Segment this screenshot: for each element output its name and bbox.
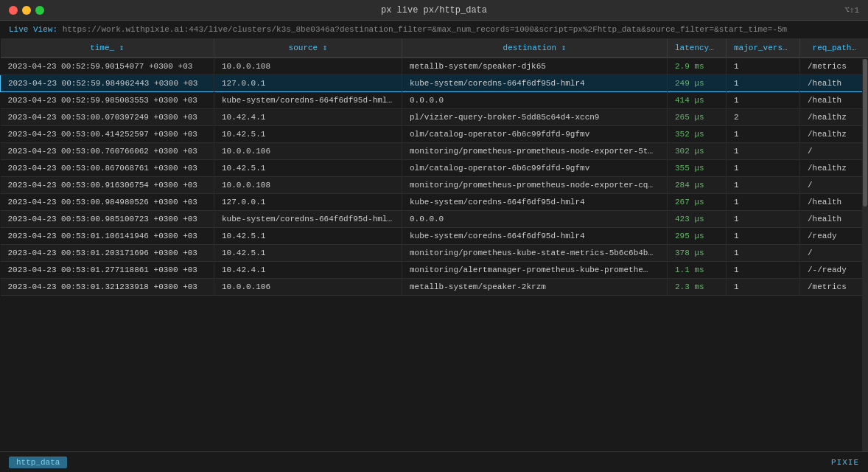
live-view-url[interactable]: https://work.withpixie.ai:443/live/clust… xyxy=(63,25,788,34)
data-table-container: time_ ⇕ source ⇕ destination ⇕ latency ⇕… xyxy=(0,38,868,451)
cell-source: 10.0.0.106 xyxy=(214,279,402,296)
cell-source: 10.42.4.1 xyxy=(214,262,402,279)
table-row[interactable]: 2023-04-23 00:53:00.760766062 +0300 +031… xyxy=(1,143,869,160)
table-row[interactable]: 2023-04-23 00:53:01.203171696 +0300 +031… xyxy=(1,245,869,262)
cell-source: 10.0.0.108 xyxy=(214,177,402,194)
table-row[interactable]: 2023-04-23 00:53:00.070397249 +0300 +031… xyxy=(1,109,869,126)
cell-destination: olm/catalog-operator-6b6c99fdfd-9gfmv xyxy=(402,160,668,177)
scrollbar-thumb[interactable] xyxy=(863,59,867,206)
table-row[interactable]: 2023-04-23 00:53:00.985100723 +0300 +03k… xyxy=(1,211,869,228)
cell-major-version: 1 xyxy=(727,143,800,160)
bottom-bar: http_data PIXIE xyxy=(0,451,868,472)
cell-time: 2023-04-23 00:53:01.277118861 +0300 +03 xyxy=(1,262,214,279)
cell-req-path: /health xyxy=(800,194,869,211)
cell-source: 10.42.5.1 xyxy=(214,245,402,262)
cell-latency: 378 μs xyxy=(668,245,727,262)
table-row[interactable]: 2023-04-23 00:53:00.414252597 +0300 +031… xyxy=(1,126,869,143)
cell-req-path: /ready xyxy=(800,228,869,245)
cell-req-path: / xyxy=(800,177,869,194)
window-controls[interactable] xyxy=(9,6,44,15)
cell-req-path: /healthz xyxy=(800,126,869,143)
pixie-brand: PIXIE xyxy=(831,458,859,467)
cell-major-version: 1 xyxy=(727,228,800,245)
cell-destination: kube-system/coredns-664f6df95d-hmlr4 xyxy=(402,228,668,245)
cell-time: 2023-04-23 00:53:01.203171696 +0300 +03 xyxy=(1,245,214,262)
scrollbar[interactable] xyxy=(862,59,868,451)
cell-source: 10.0.0.108 xyxy=(214,58,402,75)
data-table: time_ ⇕ source ⇕ destination ⇕ latency ⇕… xyxy=(0,38,868,296)
cell-req-path: /health xyxy=(800,92,869,109)
tab-label[interactable]: http_data xyxy=(9,457,67,468)
cell-latency: 423 μs xyxy=(668,211,727,228)
cell-destination: pl/vizier-query-broker-5dd85c64d4-xccn9 xyxy=(402,109,668,126)
table-header: time_ ⇕ source ⇕ destination ⇕ latency ⇕… xyxy=(1,38,869,58)
cell-req-path: /health xyxy=(800,211,869,228)
cell-destination: monitoring/prometheus-prometheus-node-ex… xyxy=(402,177,668,194)
close-button[interactable] xyxy=(9,6,18,15)
cell-major-version: 1 xyxy=(727,262,800,279)
cell-destination: monitoring/prometheus-prometheus-node-ex… xyxy=(402,143,668,160)
cell-req-path: / xyxy=(800,245,869,262)
title-bar: px live px/http_data ⌥⇧1 xyxy=(0,0,868,21)
cell-latency: 414 μs xyxy=(668,92,727,109)
cell-major-version: 1 xyxy=(727,194,800,211)
cell-destination: metallb-system/speaker-2krzm xyxy=(402,279,668,296)
table-row[interactable]: 2023-04-23 00:52:59.985083553 +0300 +03k… xyxy=(1,92,869,109)
cell-time: 2023-04-23 00:53:01.106141946 +0300 +03 xyxy=(1,228,214,245)
cell-req-path: /-/ready xyxy=(800,262,869,279)
cell-req-path: /metrics xyxy=(800,58,869,75)
cell-major-version: 1 xyxy=(727,177,800,194)
cell-latency: 2.3 ms xyxy=(668,279,727,296)
cell-time: 2023-04-23 00:52:59.985083553 +0300 +03 xyxy=(1,92,214,109)
cell-latency: 267 μs xyxy=(668,194,727,211)
cell-time: 2023-04-23 00:52:59.90154077 +0300 +03 xyxy=(1,58,214,75)
maximize-button[interactable] xyxy=(35,6,44,15)
col-header-req-path[interactable]: req_path… xyxy=(800,38,869,58)
cell-time: 2023-04-23 00:52:59.984962443 +0300 +03 xyxy=(1,75,214,92)
cell-latency: 249 μs xyxy=(668,75,727,92)
cell-latency: 1.1 ms xyxy=(668,262,727,279)
cell-req-path: /health xyxy=(800,75,869,92)
cell-time: 2023-04-23 00:53:00.867068761 +0300 +03 xyxy=(1,160,214,177)
cell-major-version: 2 xyxy=(727,109,800,126)
cell-latency: 295 μs xyxy=(668,228,727,245)
cell-time: 2023-04-23 00:53:00.070397249 +0300 +03 xyxy=(1,109,214,126)
cell-req-path: /healthz xyxy=(800,109,869,126)
table-row[interactable]: 2023-04-23 00:53:00.916306754 +0300 +031… xyxy=(1,177,869,194)
cell-time: 2023-04-23 00:53:00.760766062 +0300 +03 xyxy=(1,143,214,160)
cell-major-version: 1 xyxy=(727,211,800,228)
col-header-latency[interactable]: latency ⇕ xyxy=(668,38,727,58)
col-header-source[interactable]: source ⇕ xyxy=(214,38,402,58)
cell-source: 10.42.5.1 xyxy=(214,160,402,177)
table-row[interactable]: 2023-04-23 00:53:01.106141946 +0300 +031… xyxy=(1,228,869,245)
cell-source: kube-system/coredns-664f6df95d-hmlr4 xyxy=(214,211,402,228)
col-header-destination[interactable]: destination ⇕ xyxy=(402,38,668,58)
table-row[interactable]: 2023-04-23 00:53:00.984980526 +0300 +031… xyxy=(1,194,869,211)
table-body: 2023-04-23 00:52:59.90154077 +0300 +0310… xyxy=(1,58,869,296)
cell-major-version: 1 xyxy=(727,126,800,143)
table-row[interactable]: 2023-04-23 00:53:01.277118861 +0300 +031… xyxy=(1,262,869,279)
cell-time: 2023-04-23 00:53:00.985100723 +0300 +03 xyxy=(1,211,214,228)
table-row[interactable]: 2023-04-23 00:52:59.984962443 +0300 +031… xyxy=(1,75,869,92)
cell-major-version: 1 xyxy=(727,245,800,262)
cell-destination: monitoring/alertmanager-prometheus-kube-… xyxy=(402,262,668,279)
col-header-major-version[interactable]: major_version ⇕ xyxy=(727,38,800,58)
keyboard-shortcut: ⌥⇧1 xyxy=(844,5,859,15)
cell-major-version: 1 xyxy=(727,58,800,75)
cell-destination: monitoring/prometheus-kube-state-metrics… xyxy=(402,245,668,262)
minimize-button[interactable] xyxy=(22,6,31,15)
cell-source: 10.0.0.106 xyxy=(214,143,402,160)
cell-latency: 284 μs xyxy=(668,177,727,194)
cell-source: 127.0.0.1 xyxy=(214,194,402,211)
cell-latency: 302 μs xyxy=(668,143,727,160)
col-header-time[interactable]: time_ ⇕ xyxy=(1,38,214,58)
cell-req-path: /metrics xyxy=(800,279,869,296)
cell-latency: 355 μs xyxy=(668,160,727,177)
cell-major-version: 1 xyxy=(727,160,800,177)
table-row[interactable]: 2023-04-23 00:52:59.90154077 +0300 +0310… xyxy=(1,58,869,75)
table-row[interactable]: 2023-04-23 00:53:01.321233918 +0300 +031… xyxy=(1,279,869,296)
table-row[interactable]: 2023-04-23 00:53:00.867068761 +0300 +031… xyxy=(1,160,869,177)
cell-major-version: 1 xyxy=(727,92,800,109)
cell-req-path: /healthz xyxy=(800,160,869,177)
cell-time: 2023-04-23 00:53:01.321233918 +0300 +03 xyxy=(1,279,214,296)
